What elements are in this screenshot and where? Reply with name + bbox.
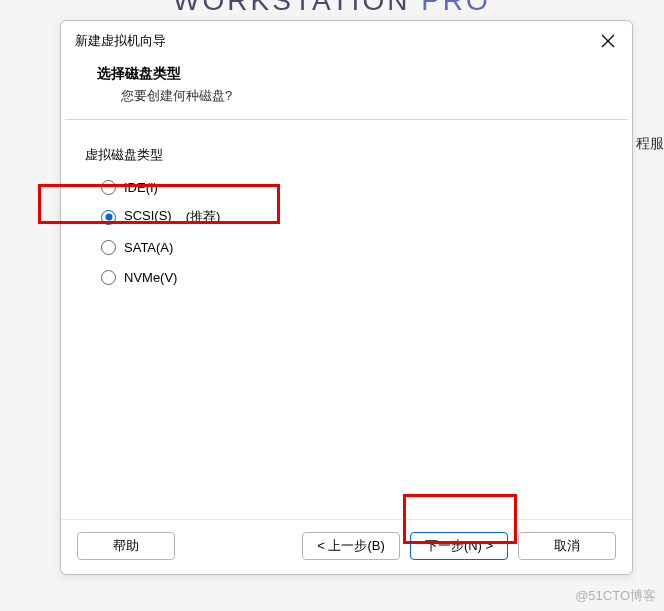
radio-option-sata[interactable]: SATA(A) xyxy=(101,232,610,262)
radio-icon xyxy=(101,210,116,225)
dialog-subheading: 您要创建何种磁盘? xyxy=(91,87,602,105)
help-button[interactable]: 帮助 xyxy=(77,532,175,560)
radio-option-scsi[interactable]: SCSI(S) (推荐) xyxy=(101,202,610,232)
back-button[interactable]: < 上一步(B) xyxy=(302,532,400,560)
dialog-header: 选择磁盘类型 您要创建何种磁盘? xyxy=(61,59,632,119)
new-vm-wizard-dialog: 新建虚拟机向导 选择磁盘类型 您要创建何种磁盘? 虚拟磁盘类型 IDE(I) xyxy=(60,20,633,575)
radio-option-nvme[interactable]: NVMe(V) xyxy=(101,262,610,292)
disk-type-radio-group: IDE(I) SCSI(S) (推荐) SATA(A) xyxy=(83,172,610,292)
radio-label: IDE(I) xyxy=(124,180,158,195)
close-icon xyxy=(601,34,615,48)
radio-option-ide[interactable]: IDE(I) xyxy=(101,172,610,202)
close-button[interactable] xyxy=(596,29,620,53)
background-right-text: 程服 xyxy=(636,135,664,153)
watermark: @51CTO博客 xyxy=(575,587,656,605)
radio-icon xyxy=(101,240,116,255)
fieldset-legend: 虚拟磁盘类型 xyxy=(83,146,610,164)
background-app-title: WORKSTATION PRO xyxy=(173,0,491,17)
radio-icon xyxy=(101,180,116,195)
dialog-heading: 选择磁盘类型 xyxy=(91,65,602,83)
radio-label: SCSI(S) (推荐) xyxy=(124,208,220,226)
radio-label: SATA(A) xyxy=(124,240,173,255)
radio-icon xyxy=(101,270,116,285)
dialog-body: 虚拟磁盘类型 IDE(I) SCSI(S) (推荐) xyxy=(65,119,628,519)
disk-type-fieldset: 虚拟磁盘类型 IDE(I) SCSI(S) (推荐) xyxy=(83,138,610,292)
cancel-button[interactable]: 取消 xyxy=(518,532,616,560)
radio-label: NVMe(V) xyxy=(124,270,177,285)
dialog-footer: 帮助 < 上一步(B) 下一步(N) > 取消 xyxy=(61,519,632,574)
next-button[interactable]: 下一步(N) > xyxy=(410,532,508,560)
dialog-titlebar: 新建虚拟机向导 xyxy=(61,21,632,59)
dialog-title: 新建虚拟机向导 xyxy=(75,32,166,50)
